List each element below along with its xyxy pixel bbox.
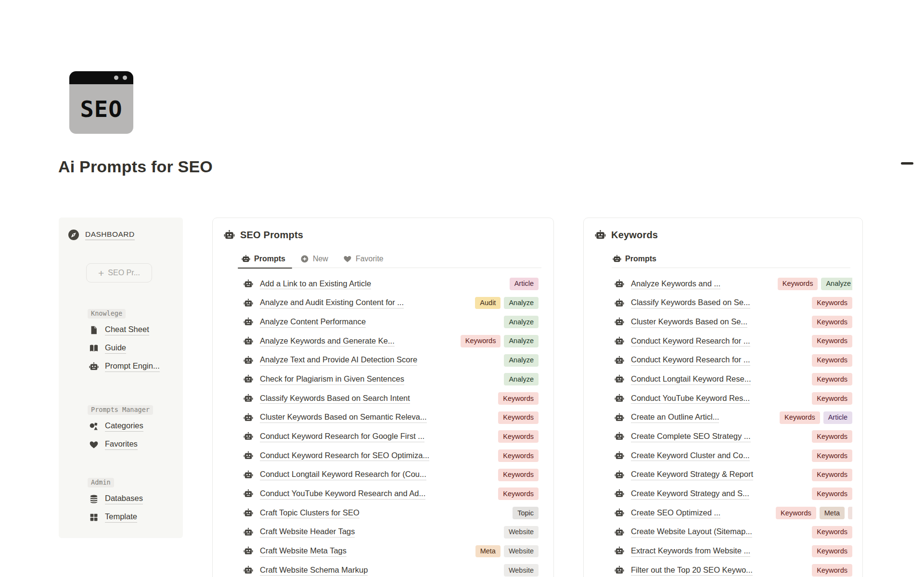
prompt-title[interactable]: Analyze Content Performance xyxy=(260,317,366,328)
prompt-row[interactable]: Add a Link to an Existing ArticleArticle xyxy=(244,274,539,294)
prompt-title[interactable]: Conduct Longtail Keyword Rese... xyxy=(631,374,751,385)
prompt-row[interactable]: Conduct Keyword Research for Google Firs… xyxy=(244,427,539,447)
robot-icon xyxy=(244,317,253,327)
prompt-title[interactable]: Create Complete SEO Strategy ... xyxy=(631,431,751,442)
tag-topic: Topic xyxy=(513,507,539,519)
prompt-title[interactable]: Craft Website Meta Tags xyxy=(260,546,346,557)
robot-icon xyxy=(615,394,624,403)
robot-icon xyxy=(242,255,250,263)
prompt-row[interactable]: Conduct Keyword Research for ...Keywords xyxy=(615,351,852,370)
robot-icon xyxy=(89,362,99,372)
tag-meta: Meta xyxy=(475,545,500,558)
prompt-row[interactable]: Analyze Keywords and Generate Ke...Keywo… xyxy=(244,332,539,351)
prompt-row[interactable]: Create Keyword Cluster and Co...Keywords xyxy=(615,446,852,465)
prompt-title[interactable]: Craft Website Header Tags xyxy=(260,526,355,538)
prompt-title[interactable]: Conduct Longtail Keyword Research for (C… xyxy=(260,469,426,480)
prompt-title[interactable]: Analyze and Audit Existing Content for .… xyxy=(260,297,404,308)
prompt-row[interactable]: Craft Topic Clusters for SEOTopic xyxy=(244,503,539,523)
prompt-row[interactable]: Create SEO Optimized ...KeywordsMeta xyxy=(615,503,852,523)
tab-favorite[interactable]: Favorite xyxy=(342,250,385,268)
minus-icon[interactable] xyxy=(901,162,913,165)
new-seo-prompt-button[interactable]: + SEO Pr... xyxy=(86,263,152,282)
prompt-row[interactable]: Cluster Keywords Based on Se...Keywords xyxy=(615,312,852,332)
tab-prompts[interactable]: Prompts xyxy=(241,250,286,268)
tag-list: Keywords xyxy=(498,469,539,481)
prompt-title[interactable]: Conduct YouTube Keyword Res... xyxy=(631,393,750,404)
prompt-row[interactable]: Check for Plagiarism in Given SentencesA… xyxy=(244,370,539,389)
prompt-row[interactable]: Analyze Keywords and ...KeywordsAnalyze xyxy=(615,274,852,294)
prompt-title[interactable]: Classify Keywords Based on Search Intent xyxy=(260,393,410,404)
sidebar-header-dashboard[interactable]: DASHBOARD xyxy=(68,229,135,241)
sidebar-item-template[interactable]: Template xyxy=(89,511,183,524)
prompt-row[interactable]: Analyze Text and Provide AI Detection Sc… xyxy=(244,351,539,370)
prompt-title[interactable]: Craft Website Schema Markup xyxy=(260,565,368,576)
prompt-title[interactable]: Extract Keywords from Website ... xyxy=(631,546,750,557)
sidebar-item-guide[interactable]: Guide xyxy=(89,342,183,355)
tag-analyze: Analyze xyxy=(504,335,539,347)
prompt-title[interactable]: Check for Plagiarism in Given Sentences xyxy=(260,374,404,385)
prompt-title[interactable]: Cluster Keywords Based on Se... xyxy=(631,317,747,328)
prompt-row[interactable]: Filter out the Top 20 SEO Keywo...Keywor… xyxy=(615,561,852,577)
prompt-title[interactable]: Conduct Keyword Research for Google Firs… xyxy=(260,431,424,442)
prompt-title[interactable]: Create Keyword Strategy and S... xyxy=(631,488,749,500)
tab-label: New xyxy=(313,255,328,263)
prompt-row[interactable]: Create Complete SEO Strategy ...Keywords xyxy=(615,427,852,447)
prompt-title[interactable]: Analyze Keywords and ... xyxy=(631,279,720,290)
prompt-title[interactable]: Analyze Keywords and Generate Ke... xyxy=(260,336,395,347)
tab-new[interactable]: New xyxy=(299,250,329,268)
robot-icon xyxy=(244,356,253,365)
prompt-row[interactable]: Conduct YouTube Keyword Res...Keywords xyxy=(615,389,852,408)
prompt-row[interactable]: Conduct Keyword Research for SEO Optimiz… xyxy=(244,446,539,465)
tag-keywords: Keywords xyxy=(812,373,852,385)
prompt-row[interactable]: Create Keyword Strategy and S...Keywords xyxy=(615,485,852,504)
prompt-title[interactable]: Analyze Text and Provide AI Detection Sc… xyxy=(260,355,417,366)
plus-circle-icon xyxy=(300,255,309,263)
robot-icon xyxy=(244,565,253,575)
prompt-title[interactable]: Create Website Layout (Sitemap... xyxy=(631,526,752,538)
tag-keywords: Keywords xyxy=(812,354,852,367)
prompt-row[interactable]: Analyze Content PerformanceAnalyze xyxy=(244,312,539,332)
prompt-title[interactable]: Conduct Keyword Research for ... xyxy=(631,336,750,347)
sidebar-item-databases[interactable]: Databases xyxy=(89,492,183,506)
tag-keywords: Keywords xyxy=(498,430,539,443)
prompt-row[interactable]: Conduct Keyword Research for ...Keywords xyxy=(615,332,852,351)
prompt-row[interactable]: Classify Keywords Based on Search Intent… xyxy=(244,389,539,408)
prompt-row[interactable]: Craft Website Meta TagsMetaWebsite xyxy=(244,542,539,561)
prompt-row[interactable]: Conduct Longtail Keyword Rese...Keywords xyxy=(615,370,852,389)
tag-keywords: Keywords xyxy=(812,430,852,443)
prompt-title[interactable]: Create SEO Optimized ... xyxy=(631,508,720,519)
prompt-title[interactable]: Filter out the Top 20 SEO Keywo... xyxy=(631,565,753,576)
prompt-title[interactable]: Conduct YouTube Keyword Research and Ad.… xyxy=(260,488,425,500)
tag-website: Website xyxy=(504,526,539,539)
prompt-row[interactable]: Create Keyword Strategy & ReportKeywords xyxy=(615,465,852,485)
prompt-title[interactable]: Craft Topic Clusters for SEO xyxy=(260,508,359,519)
prompt-title[interactable]: Conduct Keyword Research for ... xyxy=(631,355,750,366)
robot-icon xyxy=(244,470,253,480)
prompt-row[interactable]: Classify Keywords Based on Se...Keywords xyxy=(615,294,852,313)
prompt-row[interactable]: Craft Website Schema MarkupWebsite xyxy=(244,561,539,577)
prompt-title[interactable]: Create an Outline Articl... xyxy=(631,412,719,423)
tag-keywords: Keywords xyxy=(812,545,852,558)
prompt-row[interactable]: Extract Keywords from Website ...Keyword… xyxy=(615,542,852,561)
tag-list: Keywords xyxy=(498,449,539,462)
prompt-title[interactable]: Cluster Keywords Based on Semantic Relev… xyxy=(260,412,427,423)
sidebar-item-favorites[interactable]: Favorites xyxy=(89,438,183,451)
prompt-title[interactable]: Conduct Keyword Research for SEO Optimiz… xyxy=(260,450,429,462)
prompt-row[interactable]: Cluster Keywords Based on Semantic Relev… xyxy=(244,408,539,427)
prompt-title[interactable]: Add a Link to an Existing Article xyxy=(260,279,371,290)
sidebar-item-cheat-sheet[interactable]: Cheat Sheet xyxy=(89,323,183,337)
tab-prompts[interactable]: Prompts xyxy=(612,250,657,268)
prompt-row[interactable]: Conduct Longtail Keyword Research for (C… xyxy=(244,465,539,485)
prompt-row[interactable]: Analyze and Audit Existing Content for .… xyxy=(244,294,539,313)
prompt-row[interactable]: Craft Website Header TagsWebsite xyxy=(244,523,539,542)
prompt-title[interactable]: Create Keyword Cluster and Co... xyxy=(631,450,750,462)
tag-list: Analyze xyxy=(504,354,539,367)
sidebar-item-prompt-engin[interactable]: Prompt Engin... xyxy=(89,360,183,373)
prompt-row[interactable]: Create Website Layout (Sitemap...Keyword… xyxy=(615,523,852,542)
prompt-row[interactable]: Create an Outline Articl...KeywordsArtic… xyxy=(615,408,852,427)
tag-website: Website xyxy=(504,564,539,577)
prompt-title[interactable]: Classify Keywords Based on Se... xyxy=(631,297,750,308)
sidebar-item-categories[interactable]: Categories xyxy=(89,420,183,433)
prompt-row[interactable]: Conduct YouTube Keyword Research and Ad.… xyxy=(244,485,539,504)
prompt-title[interactable]: Create Keyword Strategy & Report xyxy=(631,469,753,480)
